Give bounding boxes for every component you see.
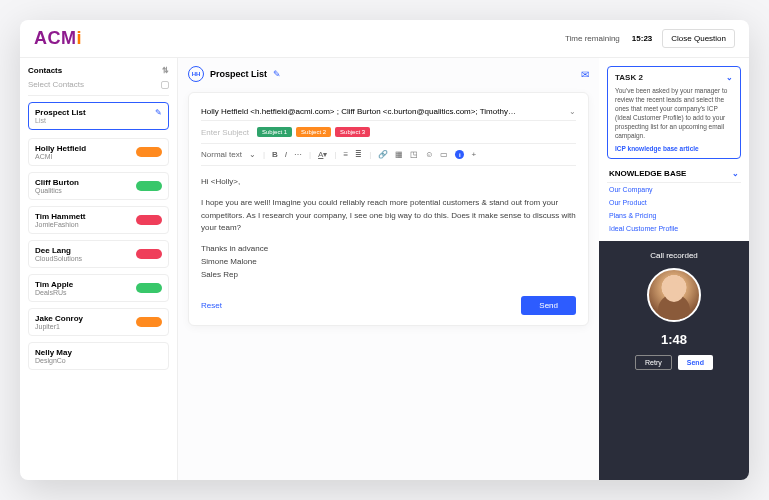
- status-pill: [136, 181, 162, 191]
- contact-card[interactable]: Holly HetfieldACMI: [28, 138, 169, 166]
- topbar: ACMi Time remaining 15:23 Close Question: [20, 20, 749, 58]
- edit-icon[interactable]: ✎: [155, 108, 162, 117]
- call-duration: 1:48: [661, 332, 687, 347]
- contact-card[interactable]: Cliff BurtonQualitics: [28, 172, 169, 200]
- close-question-button[interactable]: Close Question: [662, 29, 735, 48]
- link-button[interactable]: 🔗: [378, 150, 388, 159]
- sig-line-3: Sales Rep: [201, 269, 576, 282]
- reset-button[interactable]: Reset: [201, 301, 222, 310]
- task-card: TASK 2 ⌄ You've been asked by your manag…: [607, 66, 741, 159]
- compose-actions: Reset Send: [201, 288, 576, 315]
- more-button[interactable]: +: [471, 150, 476, 159]
- info-icon[interactable]: i: [455, 150, 464, 159]
- sig-line-1: Thanks in advance: [201, 243, 576, 256]
- contact-card[interactable]: Tim AppleDealsRUs: [28, 274, 169, 302]
- bold-button[interactable]: B: [272, 150, 278, 159]
- time-remaining-label: Time remaining: [565, 34, 620, 43]
- italic-button[interactable]: I: [285, 150, 287, 159]
- breadcrumb: HH Prospect List ✎ ✉: [188, 66, 589, 82]
- code-button[interactable]: ▭: [440, 150, 448, 159]
- text-color-button[interactable]: A▾: [318, 150, 327, 159]
- emoji-button[interactable]: ☺: [425, 150, 433, 159]
- knowledge-base: KNOWLEDGE BASE ⌄ Our CompanyOur ProductP…: [607, 165, 741, 235]
- sidebar: Contacts ⇅ Select Contacts ✎ Prospect Li…: [20, 58, 178, 480]
- chevron-down-icon[interactable]: ⌄: [732, 169, 739, 178]
- call-title: Call recorded: [650, 251, 698, 260]
- list-ul-button[interactable]: ≡: [344, 150, 349, 159]
- greeting: Hi <Holly>,: [201, 176, 576, 189]
- kb-item[interactable]: Our Product: [607, 196, 741, 209]
- prospect-list-title: Prospect List: [35, 108, 162, 117]
- task-body: You've been asked by your manager to rev…: [615, 86, 733, 141]
- contact-company: DesignCo: [35, 357, 162, 364]
- kb-item[interactable]: Our Company: [607, 183, 741, 196]
- subject-tag-3[interactable]: Subject 3: [335, 127, 370, 137]
- time-remaining-value: 15:23: [632, 34, 652, 43]
- prospect-list-sub: List: [35, 117, 162, 124]
- contact-card[interactable]: Tim HammettJomieFashion: [28, 206, 169, 234]
- kb-title: KNOWLEDGE BASE: [609, 169, 686, 178]
- subject-tag-1[interactable]: Subject 1: [257, 127, 292, 137]
- task-title: TASK 2: [615, 73, 643, 82]
- sig-line-2: Simone Malone: [201, 256, 576, 269]
- task-link[interactable]: ICP knowledge base article: [615, 145, 733, 152]
- status-pill: [136, 317, 162, 327]
- strike-button[interactable]: ⋯: [294, 150, 302, 159]
- right-panel: TASK 2 ⌄ You've been asked by your manag…: [599, 58, 749, 480]
- retry-button[interactable]: Retry: [635, 355, 672, 370]
- select-all-checkbox[interactable]: [161, 81, 169, 89]
- email-body[interactable]: Hi <Holly>, I hope you are well! Imagine…: [201, 166, 576, 288]
- status-pill: [136, 249, 162, 259]
- kb-item[interactable]: Ideal Customer Profile: [607, 222, 741, 235]
- status-pill: [136, 283, 162, 293]
- mail-icon[interactable]: ✉: [581, 69, 589, 80]
- status-pill: [136, 215, 162, 225]
- main-panel: HH Prospect List ✎ ✉ Holly Hetfield <h.h…: [178, 58, 599, 480]
- chevron-down-icon[interactable]: ⌄: [569, 107, 576, 116]
- chevron-down-icon[interactable]: ⌄: [726, 73, 733, 82]
- caller-avatar: [647, 268, 701, 322]
- prospect-list-card[interactable]: ✎ Prospect List List: [28, 102, 169, 130]
- body-para: I hope you are well! Imagine you could r…: [201, 197, 576, 235]
- edit-icon[interactable]: ✎: [273, 69, 281, 79]
- attach-button[interactable]: ◳: [410, 150, 418, 159]
- subject-row[interactable]: Enter Subject Subject 1 Subject 2 Subjec…: [201, 121, 576, 144]
- filter-icon[interactable]: ⇅: [162, 66, 169, 75]
- contact-card[interactable]: Dee LangCloudSolutions: [28, 240, 169, 268]
- compose-card: Holly Hetfield <h.hetfield@acmi.com> ; C…: [188, 92, 589, 326]
- contact-name: Nelly May: [35, 348, 162, 357]
- status-pill: [136, 147, 162, 157]
- select-contacts-row[interactable]: Select Contacts: [28, 77, 169, 96]
- editor-toolbar: Normal text⌄ | B I ⋯ | A▾ | ≡ ≣ | 🔗 ▦ ◳ …: [201, 144, 576, 166]
- breadcrumb-title: Prospect List: [210, 69, 267, 79]
- format-select[interactable]: Normal text: [201, 150, 242, 159]
- task-header[interactable]: TASK 2 ⌄: [615, 73, 733, 82]
- sidebar-header: Contacts ⇅: [28, 64, 169, 77]
- select-contacts-label: Select Contacts: [28, 80, 84, 89]
- call-send-button[interactable]: Send: [678, 355, 713, 370]
- subject-placeholder: Enter Subject: [201, 128, 249, 137]
- recipients-field[interactable]: Holly Hetfield <h.hetfield@acmi.com> ; C…: [201, 103, 576, 121]
- kb-item[interactable]: Plans & Pricing: [607, 209, 741, 222]
- contact-card[interactable]: Nelly MayDesignCo: [28, 342, 169, 370]
- image-button[interactable]: ▦: [395, 150, 403, 159]
- subject-tag-2[interactable]: Subject 2: [296, 127, 331, 137]
- recipients-text: Holly Hetfield <h.hetfield@acmi.com> ; C…: [201, 107, 516, 116]
- chevron-down-icon[interactable]: ⌄: [249, 150, 256, 159]
- list-ol-button[interactable]: ≣: [355, 150, 362, 159]
- brand-logo: ACMi: [34, 28, 82, 49]
- kb-header[interactable]: KNOWLEDGE BASE ⌄: [607, 165, 741, 183]
- call-panel: Call recorded 1:48 Retry Send: [599, 241, 749, 480]
- app-window: ACMi Time remaining 15:23 Close Question…: [20, 20, 749, 480]
- sidebar-title: Contacts: [28, 66, 62, 75]
- call-actions: Retry Send: [635, 355, 713, 370]
- body: Contacts ⇅ Select Contacts ✎ Prospect Li…: [20, 58, 749, 480]
- contact-card[interactable]: Jake ConroyJupiter1: [28, 308, 169, 336]
- avatar-badge: HH: [188, 66, 204, 82]
- send-button[interactable]: Send: [521, 296, 576, 315]
